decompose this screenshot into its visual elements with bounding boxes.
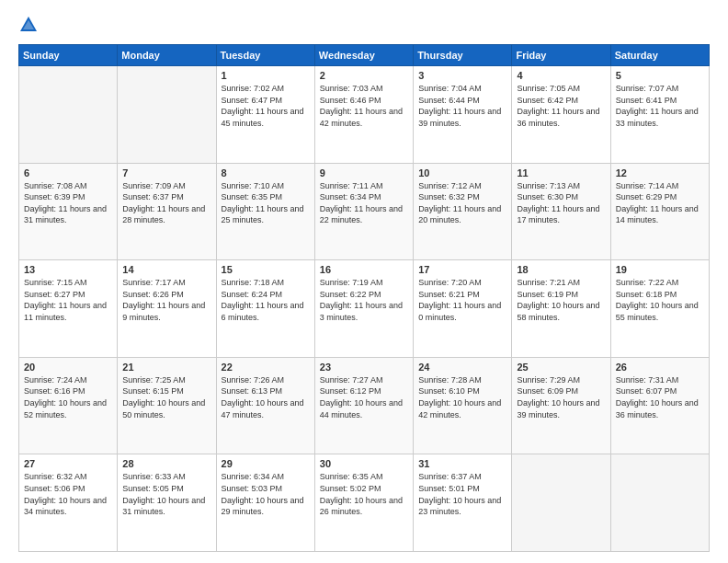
calendar-cell: 29Sunrise: 6:34 AMSunset: 5:03 PMDayligh… [216,454,314,552]
calendar-cell [512,454,610,552]
day-info: Sunrise: 7:26 AMSunset: 6:13 PMDaylight:… [222,374,310,420]
day-number: 14 [122,264,210,275]
day-number: 22 [222,362,310,373]
calendar-cell: 18Sunrise: 7:21 AMSunset: 6:19 PMDayligh… [512,260,610,358]
day-number: 16 [320,264,408,275]
day-info: Sunrise: 6:32 AMSunset: 5:06 PMDaylight:… [24,471,112,517]
day-info: Sunrise: 7:12 AMSunset: 6:32 PMDaylight:… [418,180,506,226]
calendar-cell: 23Sunrise: 7:27 AMSunset: 6:12 PMDayligh… [314,357,413,454]
calendar-cell: 17Sunrise: 7:20 AMSunset: 6:21 PMDayligh… [414,260,512,358]
day-number: 4 [517,70,605,81]
day-info: Sunrise: 7:10 AMSunset: 6:35 PMDaylight:… [222,180,310,226]
calendar-cell: 10Sunrise: 7:12 AMSunset: 6:32 PMDayligh… [414,163,512,260]
header [18,15,710,35]
day-number: 28 [122,458,210,469]
day-info: Sunrise: 6:33 AMSunset: 5:05 PMDaylight:… [122,471,210,517]
day-info: Sunrise: 7:04 AMSunset: 6:44 PMDaylight:… [418,83,506,129]
day-number: 8 [222,167,310,178]
calendar-cell [610,454,709,552]
weekday-header: Tuesday [216,45,314,66]
day-number: 19 [616,264,704,275]
calendar-cell [19,66,118,164]
calendar-week-row: 13Sunrise: 7:15 AMSunset: 6:27 PMDayligh… [19,260,710,358]
calendar-cell: 16Sunrise: 7:19 AMSunset: 6:22 PMDayligh… [314,260,413,358]
day-number: 21 [122,362,210,373]
day-info: Sunrise: 7:17 AMSunset: 6:26 PMDaylight:… [122,277,210,323]
calendar-cell: 8Sunrise: 7:10 AMSunset: 6:35 PMDaylight… [216,163,314,260]
day-number: 7 [122,167,210,178]
calendar-cell: 5Sunrise: 7:07 AMSunset: 6:41 PMDaylight… [610,66,709,164]
calendar-cell: 30Sunrise: 6:35 AMSunset: 5:02 PMDayligh… [314,454,413,552]
calendar-cell: 13Sunrise: 7:15 AMSunset: 6:27 PMDayligh… [19,260,118,358]
day-number: 10 [418,167,506,178]
day-number: 24 [418,362,506,373]
calendar-header-row: SundayMondayTuesdayWednesdayThursdayFrid… [19,45,710,66]
day-info: Sunrise: 7:05 AMSunset: 6:42 PMDaylight:… [517,83,605,129]
day-info: Sunrise: 7:24 AMSunset: 6:16 PMDaylight:… [24,374,112,420]
calendar-cell: 28Sunrise: 6:33 AMSunset: 5:05 PMDayligh… [118,454,216,552]
day-number: 17 [418,264,506,275]
calendar-cell: 19Sunrise: 7:22 AMSunset: 6:18 PMDayligh… [610,260,709,358]
calendar-cell: 20Sunrise: 7:24 AMSunset: 6:16 PMDayligh… [19,357,118,454]
day-info: Sunrise: 7:13 AMSunset: 6:30 PMDaylight:… [517,180,605,226]
day-info: Sunrise: 7:20 AMSunset: 6:21 PMDaylight:… [418,277,506,323]
calendar-cell: 14Sunrise: 7:17 AMSunset: 6:26 PMDayligh… [118,260,216,358]
day-info: Sunrise: 7:11 AMSunset: 6:34 PMDaylight:… [320,180,408,226]
day-number: 15 [222,264,310,275]
day-number: 20 [24,362,112,373]
day-info: Sunrise: 7:09 AMSunset: 6:37 PMDaylight:… [122,180,210,226]
logo [18,15,42,35]
day-info: Sunrise: 7:08 AMSunset: 6:39 PMDaylight:… [24,180,112,226]
calendar-week-row: 6Sunrise: 7:08 AMSunset: 6:39 PMDaylight… [19,163,710,260]
day-info: Sunrise: 7:27 AMSunset: 6:12 PMDaylight:… [320,374,408,420]
day-info: Sunrise: 7:03 AMSunset: 6:46 PMDaylight:… [320,83,408,129]
day-info: Sunrise: 7:18 AMSunset: 6:24 PMDaylight:… [222,277,310,323]
day-number: 13 [24,264,112,275]
day-info: Sunrise: 7:14 AMSunset: 6:29 PMDaylight:… [616,180,704,226]
day-info: Sunrise: 7:21 AMSunset: 6:19 PMDaylight:… [517,277,605,323]
weekday-header: Saturday [610,45,709,66]
calendar-cell: 11Sunrise: 7:13 AMSunset: 6:30 PMDayligh… [512,163,610,260]
weekday-header: Thursday [414,45,512,66]
day-info: Sunrise: 7:22 AMSunset: 6:18 PMDaylight:… [616,277,704,323]
calendar-cell: 4Sunrise: 7:05 AMSunset: 6:42 PMDaylight… [512,66,610,164]
day-number: 18 [517,264,605,275]
day-info: Sunrise: 6:37 AMSunset: 5:01 PMDaylight:… [418,471,506,517]
calendar-cell: 21Sunrise: 7:25 AMSunset: 6:15 PMDayligh… [118,357,216,454]
calendar-week-row: 1Sunrise: 7:02 AMSunset: 6:47 PMDaylight… [19,66,710,164]
day-number: 6 [24,167,112,178]
day-number: 12 [616,167,704,178]
day-number: 1 [222,70,310,81]
calendar-cell: 27Sunrise: 6:32 AMSunset: 5:06 PMDayligh… [19,454,118,552]
calendar-cell: 7Sunrise: 7:09 AMSunset: 6:37 PMDaylight… [118,163,216,260]
calendar-cell: 26Sunrise: 7:31 AMSunset: 6:07 PMDayligh… [610,357,709,454]
calendar-week-row: 20Sunrise: 7:24 AMSunset: 6:16 PMDayligh… [19,357,710,454]
calendar-cell: 2Sunrise: 7:03 AMSunset: 6:46 PMDaylight… [314,66,413,164]
day-info: Sunrise: 7:15 AMSunset: 6:27 PMDaylight:… [24,277,112,323]
day-number: 9 [320,167,408,178]
calendar-cell: 12Sunrise: 7:14 AMSunset: 6:29 PMDayligh… [610,163,709,260]
day-info: Sunrise: 7:02 AMSunset: 6:47 PMDaylight:… [222,83,310,129]
day-number: 3 [418,70,506,81]
day-number: 5 [616,70,704,81]
weekday-header: Wednesday [314,45,413,66]
calendar-cell: 1Sunrise: 7:02 AMSunset: 6:47 PMDaylight… [216,66,314,164]
page: SundayMondayTuesdayWednesdayThursdayFrid… [0,0,728,563]
day-info: Sunrise: 7:28 AMSunset: 6:10 PMDaylight:… [418,374,506,420]
weekday-header: Sunday [19,45,118,66]
day-number: 2 [320,70,408,81]
calendar-cell: 24Sunrise: 7:28 AMSunset: 6:10 PMDayligh… [414,357,512,454]
day-info: Sunrise: 7:31 AMSunset: 6:07 PMDaylight:… [616,374,704,420]
day-info: Sunrise: 7:25 AMSunset: 6:15 PMDaylight:… [122,374,210,420]
calendar-cell: 3Sunrise: 7:04 AMSunset: 6:44 PMDaylight… [414,66,512,164]
calendar-cell: 6Sunrise: 7:08 AMSunset: 6:39 PMDaylight… [19,163,118,260]
weekday-header: Friday [512,45,610,66]
calendar-cell: 31Sunrise: 6:37 AMSunset: 5:01 PMDayligh… [414,454,512,552]
calendar-cell: 25Sunrise: 7:29 AMSunset: 6:09 PMDayligh… [512,357,610,454]
calendar-cell: 15Sunrise: 7:18 AMSunset: 6:24 PMDayligh… [216,260,314,358]
day-number: 11 [517,167,605,178]
day-info: Sunrise: 7:29 AMSunset: 6:09 PMDaylight:… [517,374,605,420]
calendar-week-row: 27Sunrise: 6:32 AMSunset: 5:06 PMDayligh… [19,454,710,552]
day-info: Sunrise: 7:07 AMSunset: 6:41 PMDaylight:… [616,83,704,129]
day-info: Sunrise: 7:19 AMSunset: 6:22 PMDaylight:… [320,277,408,323]
